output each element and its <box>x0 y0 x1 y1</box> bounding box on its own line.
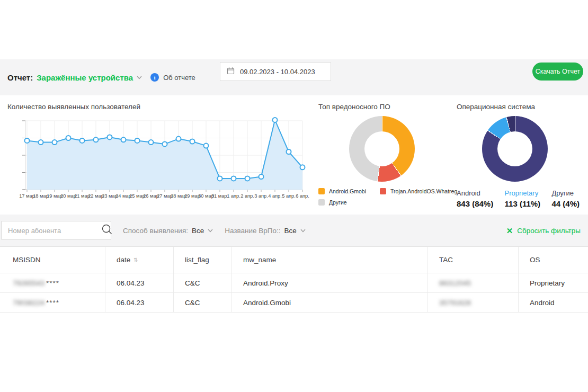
filter-bar: Способ выявления: Все Название ВрПо:: Вс… <box>0 215 588 246</box>
legend-swatch-icon <box>380 188 386 194</box>
svg-text:4 апр.: 4 апр. <box>268 193 282 199</box>
line-chart-title: Количество выявленных пользователей <box>0 95 313 111</box>
list-flag-cell: C&C <box>174 293 232 312</box>
date-range-picker[interactable]: 09.02.2023 - 10.04.2023 <box>220 62 331 81</box>
download-report-button[interactable]: Скачать Отчет <box>532 63 583 81</box>
os-stat: Android843 (84%) <box>457 189 493 208</box>
chevron-down-icon <box>137 75 142 80</box>
users-line-chart: 17 мар18 мар19 мар20 мар21 мар22 мар23 м… <box>0 113 313 204</box>
report-name: Заражённые устройства <box>37 73 133 82</box>
svg-text:5 апр.: 5 апр. <box>282 193 296 199</box>
svg-text:31 мар.: 31 мар. <box>211 193 228 199</box>
reset-filters-label: Сбросить фильтры <box>517 227 581 235</box>
column-header-label: list_flag <box>185 256 209 264</box>
column-header-label: mw_name <box>243 256 276 264</box>
malware-chart-title: Топ вредоносного ПО <box>313 95 449 111</box>
users-line-chart-section: Количество выявленных пользователей 17 м… <box>0 95 313 215</box>
search-icon[interactable] <box>101 224 113 237</box>
close-icon: ✕ <box>506 227 513 235</box>
legend-row: Android.GmobiTrojan.AndroidOS.Whatreg <box>318 188 449 194</box>
column-header-msisdn: MSISDN <box>0 247 105 273</box>
about-report-label: Об отчете <box>163 74 195 82</box>
detection-method-label: Способ выявления: <box>123 227 188 235</box>
svg-text:1 апр.: 1 апр. <box>227 193 240 199</box>
malware-legend: Android.GmobiTrojan.AndroidOS.WhatregДру… <box>318 188 449 206</box>
os-donut-section: Операционная система Android843 (84%)Pro… <box>449 95 588 215</box>
os-stats: Android843 (84%)Proprietary113 (11%)Друг… <box>449 182 588 208</box>
subscriber-search-box[interactable] <box>1 221 111 240</box>
subscriber-search-input[interactable] <box>8 227 101 235</box>
report-selector[interactable]: Отчет: Заражённые устройства <box>7 73 142 82</box>
malware-name-label: Название ВрПо:: <box>225 227 280 235</box>
malware-name-value: Все <box>284 227 297 235</box>
svg-text:6 апр.: 6 апр. <box>296 193 309 199</box>
msisdn-cell: 79038224**** <box>0 293 105 312</box>
os-stat: Другие44 (4%) <box>551 189 580 208</box>
reset-filters-button[interactable]: ✕ Сбросить фильтры <box>506 227 581 235</box>
malware-name-filter[interactable]: Название ВрПо:: Все <box>225 227 306 235</box>
os-stat-value: 113 (11%) <box>505 199 541 208</box>
report-header: Отчет: Заражённые устройства i Об отчете… <box>0 59 588 95</box>
legend-label: Trojan.AndroidOS.Whatreg <box>390 188 457 194</box>
tac-cell: 35791628 <box>428 293 519 312</box>
column-header-label: TAC <box>439 256 453 264</box>
column-header-label: MSISDN <box>13 256 41 264</box>
about-report[interactable]: i Об отчете <box>150 73 195 82</box>
legend-item: Другие <box>318 199 347 206</box>
table-header-row: MSISDNdate⇅list_flagmw_nameTACOS <box>0 247 588 273</box>
svg-text:2 апр.: 2 апр. <box>240 193 254 199</box>
legend-label: Android.Gmobi <box>329 188 366 194</box>
legend-label: Другие <box>329 199 347 206</box>
chevron-down-icon <box>208 228 213 233</box>
os-stat: Proprietary113 (11%) <box>505 189 541 208</box>
os-stat-label: Android <box>457 189 493 197</box>
mw-name-cell: Android.Gmobi <box>232 293 428 312</box>
column-header-os: OS <box>519 247 588 273</box>
date-cell: 06.04.23 <box>105 293 174 312</box>
os-stat-value: 44 (4%) <box>551 199 580 208</box>
column-header-list_flag: list_flag <box>174 247 232 273</box>
detection-method-value: Все <box>192 227 204 235</box>
date-cell: 06.04.23 <box>105 273 174 292</box>
table-row: 79265543****06.04.23C&CAndroid.Proxy8631… <box>0 273 588 293</box>
list-flag-cell: C&C <box>174 273 232 292</box>
tac-cell: 86312045 <box>428 273 519 292</box>
column-header-label: date <box>117 256 130 264</box>
svg-text:3 апр.: 3 апр. <box>254 193 268 199</box>
legend-item: Android.Gmobi <box>318 188 366 194</box>
date-range-value: 09.02.2023 - 10.04.2023 <box>240 68 315 76</box>
column-header-mw_name: mw_name <box>232 247 428 273</box>
infected-devices-table: MSISDNdate⇅list_flagmw_nameTACOS 7926554… <box>0 246 588 313</box>
sort-icon[interactable]: ⇅ <box>133 257 138 263</box>
detection-method-filter[interactable]: Способ выявления: Все <box>123 227 213 235</box>
info-icon: i <box>150 73 159 82</box>
chevron-down-icon <box>300 228 306 233</box>
calendar-icon <box>227 67 235 77</box>
os-stat-value: 843 (84%) <box>457 199 493 208</box>
charts-card: Количество выявленных пользователей 17 м… <box>0 95 588 215</box>
os-cell: Proprietary <box>519 273 588 292</box>
column-header-tac: TAC <box>428 247 519 273</box>
os-donut-chart <box>482 116 548 182</box>
report-label: Отчет: <box>7 73 33 82</box>
os-cell: Android <box>519 293 588 312</box>
legend-swatch-icon <box>318 188 325 194</box>
top-whitespace <box>0 0 588 59</box>
malware-donut-section: Топ вредоносного ПО Android.GmobiTrojan.… <box>313 95 449 215</box>
column-header-date[interactable]: date⇅ <box>105 247 174 273</box>
malware-donut-chart <box>349 116 415 182</box>
mw-name-cell: Android.Proxy <box>232 273 428 292</box>
column-header-label: OS <box>530 256 540 264</box>
table-body: 79265543****06.04.23C&CAndroid.Proxy8631… <box>0 273 588 313</box>
os-stat-label: Другие <box>551 189 580 197</box>
msisdn-cell: 79265543**** <box>0 273 105 292</box>
legend-row: Другие <box>318 199 449 206</box>
legend-item: Trojan.AndroidOS.Whatreg <box>380 188 457 194</box>
os-stat-label: Proprietary <box>505 189 541 197</box>
report-page: Отчет: Заражённые устройства i Об отчете… <box>0 59 588 246</box>
os-chart-title: Операционная система <box>449 95 588 111</box>
legend-swatch-icon <box>318 199 325 206</box>
table-row: 79038224****06.04.23C&CAndroid.Gmobi3579… <box>0 293 588 313</box>
